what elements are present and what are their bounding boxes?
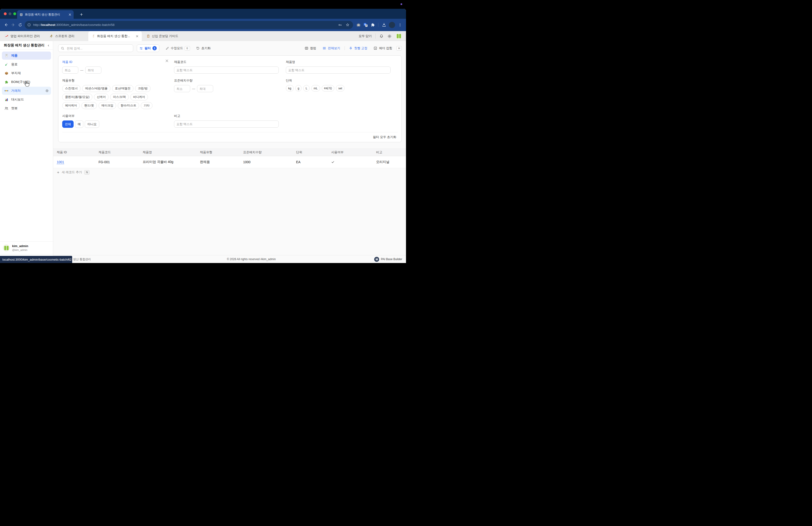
view-all-button[interactable]: 전체보기 <box>322 46 340 51</box>
product-type-chip[interactable]: 메이크업 <box>99 102 116 109</box>
password-key-icon[interactable] <box>337 22 343 28</box>
batch-qty-max-input[interactable] <box>197 85 213 92</box>
profile-avatar[interactable] <box>389 22 395 28</box>
app-tab-cosmetic-batch-active[interactable]: 화장품 배치 생산 통합... <box>88 31 142 41</box>
unit-chip[interactable]: kg <box>286 85 294 91</box>
product-name-input[interactable] <box>286 67 391 74</box>
filter-unit-label: 단위 <box>286 79 391 83</box>
site-info-icon[interactable] <box>27 23 31 27</box>
translate-icon[interactable]: G文 <box>362 22 369 29</box>
sidebar-user-card[interactable]: kim_admin @kim_admin <box>0 241 53 254</box>
column-header[interactable]: 표준배치수량 <box>240 149 292 156</box>
columns-button[interactable]: 컬럼 <box>305 46 316 51</box>
product-type-chip[interactable]: 헤어케어 <box>62 102 80 109</box>
light-mode-sun-icon[interactable] <box>387 34 392 39</box>
address-bar[interactable]: http://localhost:3000/kim_admin/base/cos… <box>25 21 353 29</box>
reload-icon[interactable] <box>17 22 24 29</box>
reset-button[interactable]: 초기화 <box>196 46 211 51</box>
sidebar-collapse-chevron[interactable]: ‹ <box>47 43 50 47</box>
product-type-chip[interactable]: 기타 <box>141 102 153 109</box>
product-type-chip[interactable]: 향수/미스트 <box>118 102 139 109</box>
workspace-logo[interactable] <box>395 33 402 40</box>
product-type-chip[interactable]: 바디케어 <box>130 94 148 100</box>
remove-filter-x-icon[interactable] <box>165 59 168 62</box>
close-window-button[interactable] <box>4 12 6 15</box>
header-fold-button[interactable]: 헤더 접힘 <box>374 46 392 51</box>
extensions-puzzle-icon[interactable] <box>369 22 376 29</box>
edit-mode-button[interactable]: 수정모드 E <box>165 46 190 51</box>
app-tab-sprint[interactable]: 스프린트 관리 <box>45 31 79 41</box>
gear-icon[interactable] <box>45 89 49 93</box>
pin-first-row-button[interactable]: 첫행 고정 <box>349 46 367 51</box>
column-header[interactable]: 제품유형 <box>197 149 240 156</box>
unit-chip[interactable]: ea(개) <box>322 85 334 91</box>
note-input[interactable] <box>174 120 279 128</box>
unit-chip[interactable]: set <box>336 85 345 91</box>
browser-tab[interactable]: 화장품 배치 생산 통합관리 <box>17 10 74 19</box>
url-scheme: http:// <box>33 23 41 27</box>
sidebar-item-bom[interactable]: BOM(구성표) <box>2 78 51 86</box>
sidebar-item-packaging[interactable]: 부자재 <box>2 69 51 77</box>
product-type-chip[interactable]: 선케어 <box>94 94 109 100</box>
column-header[interactable]: 사용여부 <box>328 149 373 156</box>
search-input[interactable] <box>66 46 131 51</box>
browser-toolbar: http://localhost:3000/kim_admin/base/cos… <box>0 19 406 31</box>
user-name: kim_admin <box>12 244 28 248</box>
user-handle: @kim_admin <box>12 248 28 252</box>
browser-menu-kebab-icon[interactable] <box>396 22 404 29</box>
records-table: 제품 ID 제품코드 제품명 제품유형 표준배치수량 단위 사용여부 비고 10… <box>53 148 406 176</box>
downloads-icon[interactable] <box>380 22 388 29</box>
sidebar-item-dashboard[interactable]: 대시보드 <box>2 96 51 103</box>
sidebar-item-chatbot[interactable]: 챗봇 <box>2 104 51 112</box>
product-type-chip[interactable]: 마스크/팩 <box>110 94 128 100</box>
back-icon[interactable] <box>2 22 10 29</box>
fullscreen-window-button[interactable] <box>13 12 16 15</box>
product-type-chip[interactable]: 로션/에멀전 <box>112 85 133 92</box>
product-type-chip[interactable]: 에센스/세럼/앰플 <box>82 85 110 92</box>
unit-chip[interactable]: mL <box>311 85 320 91</box>
global-search[interactable] <box>58 44 133 52</box>
minimize-window-button[interactable] <box>9 12 11 15</box>
new-tab-button[interactable]: + <box>78 11 85 18</box>
url-host: localhost <box>41 23 55 27</box>
screenshot-camera-icon[interactable] <box>355 22 362 29</box>
notifications-bell-icon[interactable] <box>379 34 384 39</box>
product-type-chip[interactable]: 스킨/토너 <box>62 85 81 92</box>
table-row[interactable]: 1001 FG-001 프리미엄 곡물바 40g 완제품 1000 EA 오리지… <box>53 156 406 168</box>
url-text[interactable]: http://localhost:3000/kim_admin/base/cos… <box>33 23 335 27</box>
filter-button[interactable]: 필터 1 <box>137 44 159 52</box>
bookmark-star-icon[interactable] <box>345 22 351 28</box>
sidebar-item-products[interactable]: 제품 <box>2 52 51 60</box>
users-icon <box>4 106 9 111</box>
unit-chip[interactable]: g <box>295 85 302 91</box>
product-code-input[interactable] <box>174 67 279 74</box>
product-id-min-input[interactable] <box>62 67 78 74</box>
tab-close-icon[interactable] <box>69 13 71 16</box>
record-id-link[interactable]: 1001 <box>57 160 64 164</box>
product-type-chip[interactable]: 클렌저(폼/젤/오일) <box>62 94 92 100</box>
app-tab-onboarding[interactable]: 신입 온보딩 가이드 <box>142 31 183 41</box>
sidebar-item-raw-materials[interactable]: 원료 <box>2 60 51 68</box>
forward-icon[interactable] <box>10 22 17 29</box>
product-id-max-input[interactable] <box>85 67 101 74</box>
footer-brand[interactable]: PAI Base Builder <box>374 257 402 262</box>
filter-reset-all-button[interactable]: 필터 모두 초기화 <box>373 135 396 139</box>
column-header[interactable]: 제품코드 <box>95 149 139 156</box>
app-tab-sales-pipeline[interactable]: 영업 파이프라인 관리 <box>0 31 45 41</box>
product-type-chip[interactable]: 핸드/풋 <box>82 102 97 109</box>
sidebar-item-partners[interactable]: 거래처 <box>2 87 51 95</box>
add-record-row[interactable]: + 새 레코드 추가 N <box>53 168 406 176</box>
column-header[interactable]: 비고 <box>373 149 406 156</box>
close-all-tabs-button[interactable]: 모두 닫기 <box>359 34 372 38</box>
column-header[interactable]: 제품 ID <box>53 149 95 156</box>
app-tab-close-icon[interactable] <box>136 35 139 38</box>
column-header[interactable]: 제품명 <box>139 149 197 156</box>
view-all-label: 전체보기 <box>328 46 340 51</box>
unit-chip[interactable]: L <box>303 85 309 91</box>
in-use-option-all[interactable]: 전체 <box>62 120 74 128</box>
in-use-option-yes[interactable]: 예 <box>75 120 83 128</box>
in-use-option-no[interactable]: 아니오 <box>85 120 99 128</box>
batch-qty-min-input[interactable] <box>174 85 190 92</box>
product-type-chip[interactable]: 크림/밤 <box>135 85 150 92</box>
column-header[interactable]: 단위 <box>292 149 328 156</box>
